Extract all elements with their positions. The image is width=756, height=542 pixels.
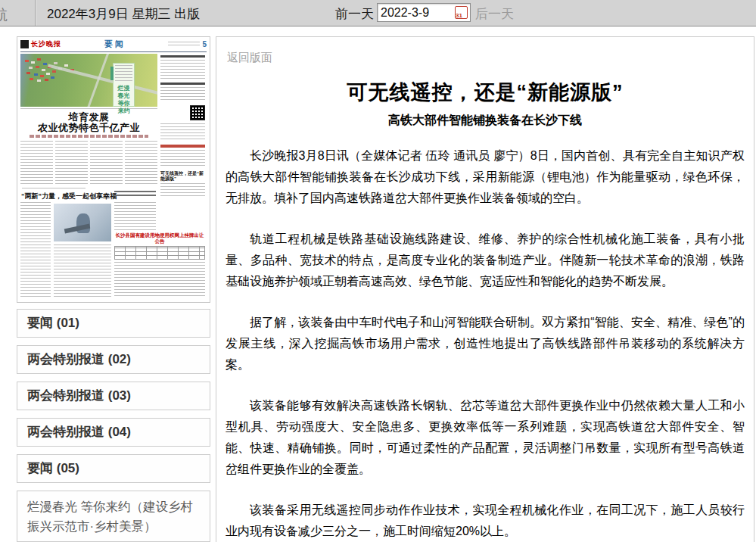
notice-text-lines <box>114 262 205 297</box>
notice-headline: 长沙县国有建设用地使用权网上挂牌出让公告 <box>114 232 205 245</box>
sidebar-article-link[interactable]: 烂漫春光 等你来约（建设乡村振兴示范市·乡村美景） <box>17 491 210 542</box>
photo-caption-line <box>20 108 157 111</box>
notice-table <box>114 246 205 260</box>
text-block <box>160 123 205 142</box>
text-block <box>160 183 205 197</box>
small-headline-lines <box>114 191 156 198</box>
publish-date-label: 2022年3月9日 星期三 出版 <box>47 5 200 23</box>
masthead-rule <box>20 51 207 52</box>
text-block <box>160 60 205 79</box>
article-paragraph: 据了解，该装备由中车时代电子和山河智能联合研制。双方紧扣“智能、安全、精准、绿色… <box>226 312 745 375</box>
promo-tab <box>110 67 114 80</box>
right-headline-bar <box>160 83 205 85</box>
land-notice-block: 长沙县国有建设用地使用权网上挂牌出让公告 <box>114 232 205 299</box>
masthead-meta-lines <box>168 42 200 48</box>
sidebar-page-link[interactable]: 两会特别报道 (02) <box>17 345 210 374</box>
newspaper-logo <box>20 40 29 48</box>
village-aerial-photo <box>20 54 157 107</box>
article-paragraph: 长沙晚报3月8日讯（全媒体记者 伍玲 通讯员 廖宁）8日，国内首创、具有完全自主… <box>226 145 745 209</box>
right-column-article-headline: 可无线遥控，还是“新能源版” <box>160 171 205 182</box>
newspaper-masthead-row: 长沙晚报 要闻 5 <box>20 39 207 50</box>
promo-headline: 烂漫春光 等你来约 <box>115 85 132 115</box>
calendar-icon-day: 31 <box>456 12 462 19</box>
thumbnail-main-headline: 培育发展 农业优势特色千亿产业 <box>20 112 157 133</box>
promo-text-lines <box>115 65 132 83</box>
sidebar-page-link[interactable]: 要闻 (01) <box>17 309 210 338</box>
text-column <box>125 141 157 186</box>
text-block <box>160 87 205 102</box>
qr-code <box>190 105 205 120</box>
page-number: 5 <box>202 40 207 48</box>
text-column <box>114 202 156 231</box>
prev-day-link[interactable]: 前一天 <box>335 5 374 23</box>
text-column <box>20 202 51 297</box>
worker-photo <box>54 204 111 241</box>
article-paragraph: 该装备能够有效解决高速铁路长钢轨、岔芯等道岔大部件更换作业中仍然依赖大量人工和小… <box>226 395 745 480</box>
newspaper-name: 长沙晚报 <box>31 39 61 49</box>
text-column <box>54 245 111 297</box>
nav-label-partial[interactable]: 航 <box>0 5 8 25</box>
sidebar-page-link[interactable]: 要闻 (05) <box>17 454 210 483</box>
article-subtitle: 高铁大部件智能铺换装备在长沙下线 <box>226 113 745 129</box>
sidebar-page-link[interactable]: 两会特别报道 (03) <box>17 382 210 410</box>
sidebar: 长沙晚报 要闻 5 烂漫春光 等你来约 培育发展 农业优势特色千亿产业 <box>17 36 210 542</box>
article-paragraph: 该装备采用无线遥控同步动作作业技术，实现全程机械化作业，在同工况下，施工人员较行… <box>226 500 745 542</box>
text-column <box>55 141 88 186</box>
thumbnail-subheadline-line <box>30 135 148 138</box>
top-toolbar: 航 2022年3月9日 星期三 出版 前一天 31 后一天 <box>0 0 756 26</box>
promo-line2: 等你来约 <box>118 100 130 114</box>
second-article-kicker <box>22 188 86 190</box>
article-title: 可无线遥控，还是“新能源版” <box>226 79 745 106</box>
village-roofs-shapes <box>25 60 29 62</box>
right-headline-bar <box>160 55 205 58</box>
toolbar-divider <box>35 0 36 26</box>
article-body: 长沙晚报3月8日讯（全媒体记者 伍玲 通讯员 廖宁）8日，国内首创、具有完全自主… <box>226 145 745 542</box>
red-headline-bar <box>160 145 205 148</box>
text-block <box>160 150 205 168</box>
text-column <box>90 141 123 186</box>
sidebar-page-list: 要闻 (01)两会特别报道 (02)两会特别报道 (03)两会特别报道 (04)… <box>17 309 210 542</box>
article-text-columns <box>20 141 157 186</box>
article-panel: 返回版面 可无线遥控，还是“新能源版” 高铁大部件智能铺换装备在长沙下线 长沙晚… <box>216 36 754 542</box>
promo-line1: 烂漫春光 <box>118 85 130 99</box>
newspaper-page-thumbnail[interactable]: 长沙晚报 要闻 5 烂漫春光 等你来约 培育发展 农业优势特色千亿产业 <box>17 36 210 303</box>
calendar-icon[interactable]: 31 <box>455 6 468 19</box>
sidebar-page-link[interactable]: 两会特别报道 (04) <box>17 418 210 447</box>
date-input[interactable] <box>379 5 452 20</box>
article-paragraph: 轨道工程机械是铁路基础设施线路建设、维修、养护的综合性机械化施工装备，具有小批量… <box>226 229 745 292</box>
text-column <box>20 141 53 186</box>
next-day-link-disabled: 后一天 <box>475 5 514 23</box>
right-column: 可无线遥控，还是“新能源版” <box>160 54 205 219</box>
headline-line2: 农业优势特色千亿产业 <box>38 122 140 133</box>
headline-line1: 培育发展 <box>69 111 110 123</box>
back-to-page-link[interactable]: 返回版面 <box>227 51 272 65</box>
spring-promo-box: 烂漫春光 等你来约 <box>113 63 135 107</box>
section-title: 要闻 <box>61 39 168 50</box>
date-picker[interactable]: 31 <box>377 3 471 22</box>
